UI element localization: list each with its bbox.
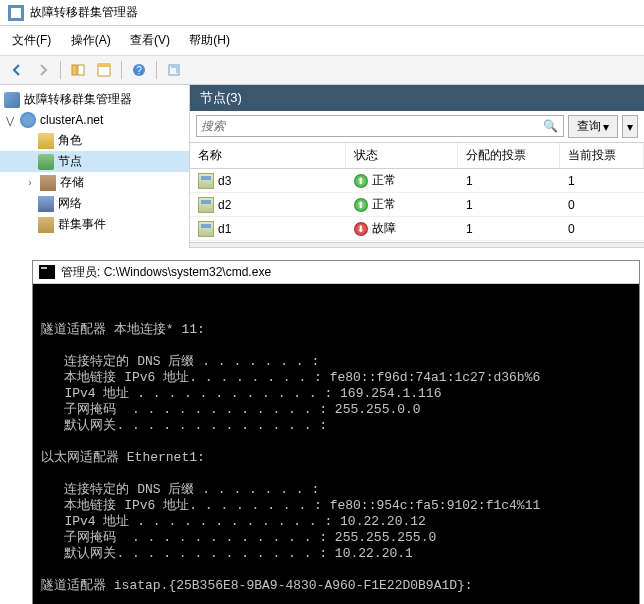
menu-view[interactable]: 查看(V): [122, 28, 178, 53]
tree-storage[interactable]: › 存储: [0, 172, 189, 193]
status-ok-icon: ⬆: [354, 198, 368, 212]
assigned-vote: 1: [458, 169, 560, 192]
toolbar-separator: [121, 61, 122, 79]
cmd-line: 连接特定的 DNS 后缀 . . . . . . . :: [41, 482, 319, 497]
chevron-down-icon: ▾: [603, 120, 609, 134]
menubar: 文件(F) 操作(A) 查看(V) 帮助(H): [0, 26, 644, 56]
cmd-line: IPv4 地址 . . . . . . . . . . . . : 10.22.…: [41, 514, 426, 529]
toolbar-separator: [60, 61, 61, 79]
tree-cluster[interactable]: ⋁ clusterA.net: [0, 110, 189, 130]
status-text: 故障: [372, 220, 396, 237]
tree-events-label: 群集事件: [58, 216, 106, 233]
split-bar[interactable]: [190, 242, 644, 248]
back-button[interactable]: [6, 59, 28, 81]
menu-action[interactable]: 操作(A): [63, 28, 119, 53]
status-text: 正常: [372, 196, 396, 213]
current-vote: 0: [560, 217, 644, 240]
cmd-titlebar: 管理员: C:\Windows\system32\cmd.exe: [33, 261, 639, 284]
current-vote: 0: [560, 193, 644, 216]
tree-events[interactable]: 群集事件: [0, 214, 189, 235]
cmd-line: 子网掩码 . . . . . . . . . . . . : 255.255.0…: [41, 402, 421, 417]
tree-role[interactable]: 角色: [0, 130, 189, 151]
tree-network[interactable]: 网络: [0, 193, 189, 214]
column-current-vote[interactable]: 当前投票: [560, 143, 644, 168]
refresh-button[interactable]: [163, 59, 185, 81]
search-row: 🔍 查询 ▾ ▾: [190, 111, 644, 143]
cmd-output: 隧道适配器 本地连接* 11: 连接特定的 DNS 后缀 . . . . . .…: [33, 284, 639, 604]
table-row[interactable]: d3⬆正常11: [190, 169, 644, 193]
cmd-line: 连接特定的 DNS 后缀 . . . . . . . :: [41, 354, 319, 369]
window-title: 故障转移群集管理器: [30, 4, 138, 21]
content-header: 节点(3): [190, 85, 644, 111]
content-panel: 节点(3) 🔍 查询 ▾ ▾ 名称 状态 分配的投票 当前投票 d3⬆正常11d…: [190, 85, 644, 248]
column-assigned-vote[interactable]: 分配的投票: [458, 143, 560, 168]
tree-root-label: 故障转移群集管理器: [24, 91, 132, 108]
cmd-title-text: 管理员: C:\Windows\system32\cmd.exe: [61, 264, 271, 280]
chevron-down-icon: ▾: [627, 120, 633, 134]
server-icon: [198, 173, 214, 189]
show-hide-tree-button[interactable]: [67, 59, 89, 81]
query-button-label: 查询: [577, 118, 601, 135]
server-icon: [198, 221, 214, 237]
toolbar: ?: [0, 56, 644, 85]
cmd-line: 以太网适配器 Ethernet1:: [41, 450, 205, 465]
svg-rect-1: [78, 65, 84, 75]
navigation-tree: 故障转移群集管理器 ⋁ clusterA.net 角色 节点 › 存储 网络: [0, 85, 190, 248]
search-icon[interactable]: 🔍: [541, 119, 559, 133]
node-name: d3: [218, 174, 231, 188]
properties-button[interactable]: [93, 59, 115, 81]
tree-root[interactable]: 故障转移群集管理器: [0, 89, 189, 110]
server-icon: [198, 197, 214, 213]
menu-help[interactable]: 帮助(H): [181, 28, 238, 53]
content-header-label: 节点(3): [200, 90, 242, 105]
svg-rect-3: [98, 64, 110, 67]
status-fail-icon: ⬇: [354, 222, 368, 236]
forward-button[interactable]: [32, 59, 54, 81]
assigned-vote: 1: [458, 217, 560, 240]
grid-header: 名称 状态 分配的投票 当前投票: [190, 143, 644, 169]
cmd-line: 隧道适配器 本地连接* 11:: [41, 322, 205, 337]
events-icon: [38, 217, 54, 233]
node-name: d2: [218, 198, 231, 212]
collapse-icon[interactable]: ⋁: [4, 114, 16, 126]
expand-icon[interactable]: ›: [24, 177, 36, 189]
cmd-line: 默认网关. . . . . . . . . . . . . :: [41, 418, 327, 433]
search-box: 🔍: [196, 115, 564, 137]
tree-role-label: 角色: [58, 132, 82, 149]
node-name: d1: [218, 222, 231, 236]
cmd-line: 子网掩码 . . . . . . . . . . . . : 255.255.2…: [41, 530, 436, 545]
network-icon: [38, 196, 54, 212]
tree-storage-label: 存储: [60, 174, 84, 191]
cmd-window: 管理员: C:\Windows\system32\cmd.exe 隧道适配器 本…: [32, 260, 640, 604]
svg-rect-0: [72, 65, 77, 75]
status-text: 正常: [372, 172, 396, 189]
help-button[interactable]: ?: [128, 59, 150, 81]
role-icon: [38, 133, 54, 149]
assigned-vote: 1: [458, 193, 560, 216]
query-button[interactable]: 查询 ▾: [568, 115, 618, 138]
tree-node[interactable]: 节点: [0, 151, 189, 172]
node-icon: [38, 154, 54, 170]
cmd-line: 默认网关. . . . . . . . . . . . . : 10.22.20…: [41, 546, 413, 561]
current-vote: 1: [560, 169, 644, 192]
cmd-line: IPv4 地址 . . . . . . . . . . . . : 169.25…: [41, 386, 441, 401]
toolbar-separator: [156, 61, 157, 79]
cluster-icon: [20, 112, 36, 128]
column-name[interactable]: 名称: [190, 143, 346, 168]
table-row[interactable]: d1⬇故障10: [190, 217, 644, 241]
window-titlebar: 故障转移群集管理器: [0, 0, 644, 26]
storage-icon: [40, 175, 56, 191]
column-status[interactable]: 状态: [346, 143, 458, 168]
svg-text:?: ?: [136, 65, 142, 76]
status-ok-icon: ⬆: [354, 174, 368, 188]
tree-node-label: 节点: [58, 153, 82, 170]
tree-cluster-label: clusterA.net: [40, 113, 103, 127]
cmd-line: 本地链接 IPv6 地址. . . . . . . . : fe80::f96d…: [41, 370, 540, 385]
cluster-manager-icon: [4, 92, 20, 108]
table-row[interactable]: d2⬆正常10: [190, 193, 644, 217]
cmd-line: 本地链接 IPv6 地址. . . . . . . . : fe80::954c…: [41, 498, 540, 513]
search-input[interactable]: [201, 119, 541, 133]
menu-file[interactable]: 文件(F): [4, 28, 59, 53]
tree-network-label: 网络: [58, 195, 82, 212]
dropdown-button[interactable]: ▾: [622, 115, 638, 138]
